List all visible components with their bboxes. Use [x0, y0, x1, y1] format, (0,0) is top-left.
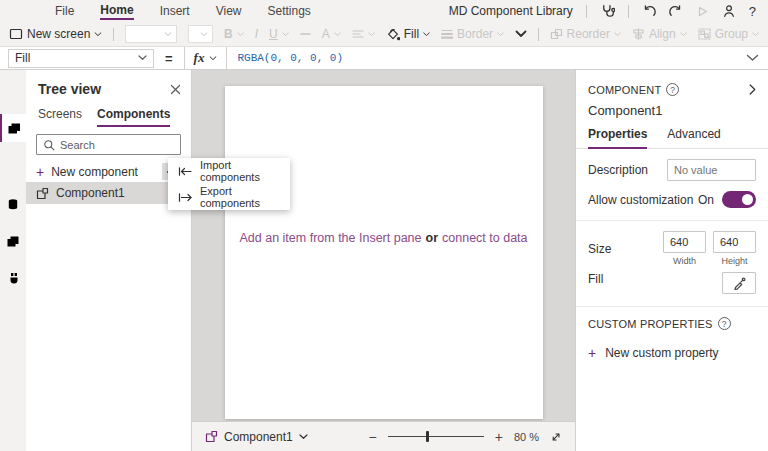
component-canvas[interactable]: Add an item from the Insert paneorconnec…	[225, 86, 543, 419]
export-components-item[interactable]: Export components	[168, 184, 290, 210]
tree-view-icon[interactable]	[0, 114, 26, 142]
menu-settings[interactable]: Settings	[268, 4, 311, 18]
tree-item-component1[interactable]: Component1	[26, 182, 191, 204]
plus-icon: +	[36, 165, 44, 179]
tree-view-panel: Tree view Screens Components + New compo…	[26, 70, 192, 451]
tree-item-label: Component1	[56, 186, 125, 200]
chevron-down-icon	[752, 32, 759, 37]
chevron-down-icon	[368, 32, 375, 37]
hamburger-menu-icon[interactable]	[0, 77, 26, 101]
text-align-button	[352, 29, 375, 39]
context-menu: Import components Export components	[168, 158, 290, 210]
fill-button[interactable]: Fill	[386, 27, 430, 41]
zoom-slider-thumb[interactable]	[426, 431, 429, 442]
toolbar: New screen B I U	[0, 22, 768, 47]
chevron-down-icon	[282, 32, 289, 37]
chevron-down-icon	[209, 56, 217, 61]
panel-tabs: Properties Advanced	[576, 127, 768, 149]
component-switcher[interactable]: Component1	[205, 430, 308, 444]
chevron-down-icon	[94, 32, 102, 37]
new-component-row[interactable]: + New component	[26, 161, 191, 182]
chevron-down-icon	[497, 32, 504, 37]
new-custom-property-button[interactable]: + New custom property	[576, 330, 768, 360]
reorder-label: Reorder	[567, 27, 610, 41]
fill-color-button[interactable]	[722, 272, 756, 294]
account-icon[interactable]	[722, 4, 736, 18]
fx-label: fx	[194, 50, 205, 66]
reorder-button: Reorder	[550, 27, 621, 41]
redo-icon[interactable]	[669, 5, 683, 18]
font-color-label: A	[322, 27, 330, 41]
chevron-right-icon[interactable]	[749, 84, 756, 95]
selected-component-name: Component1	[576, 96, 768, 127]
underline-button: U	[269, 27, 289, 41]
formula-expand-chevron-icon[interactable]	[746, 54, 759, 62]
equals-sign: =	[165, 51, 173, 66]
new-screen-button[interactable]: New screen	[9, 27, 102, 41]
import-components-item[interactable]: Import components	[168, 158, 290, 184]
tab-screens[interactable]: Screens	[38, 107, 82, 127]
zoom-value: 80	[514, 431, 526, 443]
tab-advanced[interactable]: Advanced	[667, 127, 720, 148]
close-icon[interactable]	[170, 84, 181, 95]
formula-bar: Fill = fx RGBA(0, 0, 0, 0)	[0, 47, 768, 70]
allow-customization-toggle[interactable]	[722, 191, 756, 208]
fit-to-window-icon[interactable]	[550, 431, 562, 443]
connect-to-data-link[interactable]: connect to data	[442, 231, 527, 245]
left-rail	[0, 70, 26, 451]
align-button: Align	[632, 27, 687, 41]
height-input[interactable]	[713, 231, 756, 253]
menu-view[interactable]: View	[216, 4, 242, 18]
description-input[interactable]	[667, 159, 756, 181]
properties-panel: COMPONENT ? Component1 Properties Advanc…	[575, 70, 768, 451]
chevron-down-icon	[237, 32, 244, 37]
tab-properties[interactable]: Properties	[588, 127, 647, 149]
border-button: Border	[441, 27, 504, 41]
paint-bucket-icon	[386, 28, 400, 41]
help-circle-icon[interactable]: ?	[718, 317, 731, 330]
data-icon[interactable]	[0, 192, 26, 216]
canvas-hint: Add an item from the Insert paneorconnec…	[225, 231, 543, 245]
align-label: Align	[649, 27, 676, 41]
zoom-slider-track	[388, 436, 484, 437]
canvas-column: Add an item from the Insert paneorconnec…	[192, 70, 575, 451]
app-checker-icon[interactable]	[600, 4, 615, 19]
menu-insert[interactable]: Insert	[160, 4, 190, 18]
advanced-tools-icon[interactable]	[0, 266, 26, 290]
bottom-bar: Component1 − + 80 %	[192, 421, 575, 451]
fx-dropdown[interactable]: fx	[184, 47, 228, 70]
media-icon[interactable]	[0, 229, 26, 253]
property-selector[interactable]: Fill	[8, 49, 154, 68]
panel-header: COMPONENT	[588, 84, 661, 96]
menu-file[interactable]: File	[55, 4, 74, 18]
size-label: Size	[588, 242, 663, 256]
zoom-slider[interactable]	[388, 431, 484, 442]
zoom-out-button[interactable]: −	[369, 429, 377, 445]
undo-icon[interactable]	[642, 5, 656, 18]
insert-icon[interactable]	[0, 155, 26, 179]
reorder-icon	[550, 28, 563, 40]
help-circle-icon[interactable]: ?	[666, 83, 679, 96]
strikethrough-button	[300, 30, 311, 38]
toolbar-overflow-chevron-icon[interactable]	[515, 30, 527, 38]
import-icon	[178, 167, 192, 176]
align-icon	[632, 28, 645, 40]
canvas-area: Add an item from the Insert paneorconnec…	[192, 70, 575, 421]
search-input[interactable]	[60, 139, 174, 151]
help-icon[interactable]: ?	[749, 4, 756, 19]
chevron-down-icon	[200, 32, 208, 37]
font-size-dropdown	[188, 25, 213, 43]
menu-home[interactable]: Home	[100, 3, 133, 20]
insert-pane-link[interactable]: Add an item from the Insert pane	[239, 231, 421, 245]
export-components-label: Export components	[200, 185, 280, 209]
fill-property-label: Fill	[588, 272, 722, 286]
component-switcher-label: Component1	[224, 430, 293, 444]
tab-components[interactable]: Components	[97, 107, 170, 127]
zoom-in-button[interactable]: +	[495, 429, 503, 445]
divider	[628, 5, 629, 18]
width-input[interactable]	[663, 231, 706, 253]
chevron-down-icon	[614, 32, 621, 37]
formula-input[interactable]: RGBA(0, 0, 0, 0)	[237, 52, 343, 64]
custom-properties-header: CUSTOM PROPERTIES	[588, 318, 713, 330]
chevron-down-icon	[138, 55, 147, 61]
